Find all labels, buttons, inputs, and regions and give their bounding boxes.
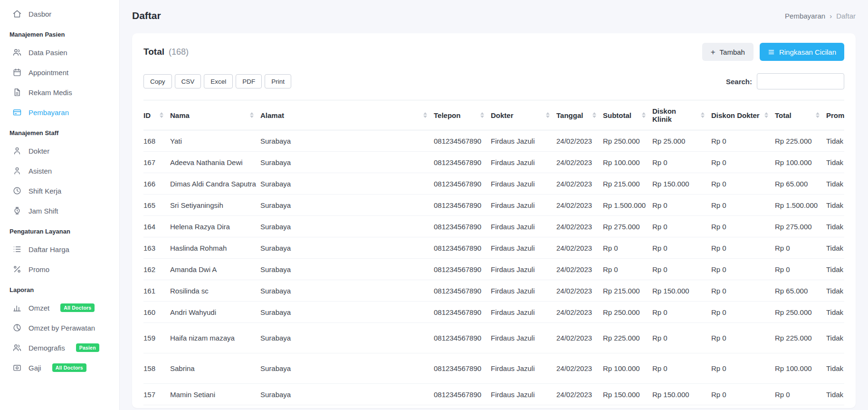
add-button[interactable]: + Tambah [702, 43, 754, 61]
cell-id: 160 [143, 302, 170, 323]
cell-subtotal: Rp 215.000 [603, 280, 652, 302]
sidebar-item-label: Omzet [29, 304, 49, 312]
cell-diskon-klinik: Rp 0 [652, 302, 711, 323]
cell-subtotal: Rp 215.000 [603, 173, 652, 195]
cell-dokter: Firdaus Jazuli [491, 384, 556, 405]
cell-promo: Tidak [826, 237, 844, 259]
cell-alamat: Surabaya [260, 280, 434, 302]
cell-total: Rp 100.000 [775, 353, 826, 384]
cell-telepon: 081234567890 [434, 384, 491, 405]
cell-tanggal: 24/02/2023 [556, 280, 603, 302]
column-header-promo[interactable]: Promo [826, 100, 844, 130]
column-header-subtotal[interactable]: Subtotal [603, 100, 652, 130]
assistant-icon [12, 166, 22, 176]
sidebar-item-promo[interactable]: Promo [0, 259, 119, 279]
sidebar-item-omzet[interactable]: OmzetAll Doctors [0, 298, 119, 318]
breadcrumb: Pembayaran › Daftar [785, 12, 856, 20]
cell-subtotal: Rp 0 [603, 259, 652, 280]
export-print-button[interactable]: Print [265, 74, 291, 88]
cell-promo: Tidak [826, 280, 844, 302]
salary-icon [12, 363, 22, 372]
table-row: 162Amanda Dwi ASurabaya081234567890Firda… [143, 259, 844, 280]
sort-icon [423, 112, 427, 118]
export-buttons: CopyCSVExcelPDFPrint [143, 74, 291, 88]
cell-alamat: Surabaya [260, 405, 434, 409]
sidebar-item-label: Pembayaran [29, 108, 69, 117]
search-input[interactable] [757, 73, 844, 89]
sidebar-item-omzet-by-perawatan[interactable]: Omzet by Perawatan [0, 318, 119, 338]
column-header-diskon-klinik[interactable]: Diskon Klinik [652, 100, 711, 130]
cell-id: 157 [143, 384, 170, 405]
cell-diskon-dokter: Rp 0 [711, 130, 775, 152]
sidebar-item-gaji[interactable]: GajiAll Doctors [0, 358, 119, 378]
column-header-dokter[interactable]: Dokter [491, 100, 556, 130]
export-copy-button[interactable]: Copy [143, 74, 172, 88]
sidebar-item-pembayaran[interactable]: Pembayaran [0, 102, 119, 122]
sidebar-item-label: Daftar Harga [29, 245, 69, 254]
cell-diskon-klinik: Rp 150.000 [652, 384, 711, 405]
cell-subtotal: Rp 150.000 [603, 405, 652, 409]
cell-nama: Adeeva Nathania Dewi [170, 152, 260, 173]
sidebar-item-dasbor[interactable]: Dasbor [0, 4, 119, 24]
table-row: 156Vidya Nurul JannahSurabaya08123456789… [143, 405, 844, 409]
sidebar-item-dokter[interactable]: Dokter [0, 141, 119, 161]
cell-total: Rp 0 [775, 405, 826, 409]
cell-nama: Andri Wahyudi [170, 302, 260, 323]
sidebar-item-shift-kerja[interactable]: Shift Kerja [0, 181, 119, 201]
sidebar-item-rekam-medis[interactable]: Rekam Medis [0, 82, 119, 102]
cell-telepon: 081234567890 [434, 405, 491, 409]
column-label: Promo [826, 111, 844, 119]
column-header-total[interactable]: Total [775, 100, 826, 130]
export-pdf-button[interactable]: PDF [236, 74, 262, 88]
cell-id: 156 [143, 405, 170, 409]
cell-tanggal: 24/02/2023 [556, 237, 603, 259]
cell-total: Rp 275.000 [775, 216, 826, 237]
cell-promo: Tidak [826, 152, 844, 173]
cell-telepon: 081234567890 [434, 173, 491, 195]
search-label: Search: [726, 78, 752, 86]
cell-dokter: Firdaus Jazuli [491, 259, 556, 280]
watch-icon [12, 206, 22, 215]
column-header-diskon-dokter[interactable]: Diskon Dokter [711, 100, 775, 130]
cell-nama: Yati [170, 130, 260, 152]
sidebar-item-appointment[interactable]: Appointment [0, 62, 119, 82]
payment-card-icon [12, 107, 22, 117]
column-label: Alamat [260, 111, 284, 119]
cell-telepon: 081234567890 [434, 302, 491, 323]
installment-summary-button[interactable]: Ringkasan Cicilan [760, 43, 844, 61]
payments-table: IDNamaAlamatTeleponDokterTanggalSubtotal… [143, 100, 844, 408]
cell-promo: Tidak [826, 259, 844, 280]
table-row: 163Haslinda RohmahSurabaya081234567890Fi… [143, 237, 844, 259]
cell-id: 161 [143, 280, 170, 302]
cell-diskon-dokter: Rp 0 [711, 323, 775, 353]
column-header-alamat[interactable]: Alamat [260, 100, 434, 130]
cell-diskon-klinik: Rp 0 [652, 237, 711, 259]
column-header-telepon[interactable]: Telepon [434, 100, 491, 130]
sidebar-item-daftar-harga[interactable]: Daftar Harga [0, 239, 119, 259]
cell-diskon-dokter: Rp 0 [711, 280, 775, 302]
column-header-tanggal[interactable]: Tanggal [556, 100, 603, 130]
column-header-id[interactable]: ID [143, 100, 170, 130]
export-csv-button[interactable]: CSV [175, 74, 201, 88]
sidebar-item-asisten[interactable]: Asisten [0, 161, 119, 181]
cell-diskon-klinik: Rp 0 [652, 216, 711, 237]
cell-subtotal: Rp 225.000 [603, 323, 652, 353]
total-label: Total [143, 47, 164, 57]
cell-total: Rp 0 [775, 237, 826, 259]
cell-telepon: 081234567890 [434, 280, 491, 302]
table-container: IDNamaAlamatTeleponDokterTanggalSubtotal… [143, 100, 844, 408]
pie-chart-icon [12, 323, 22, 332]
sort-icon [816, 112, 820, 118]
cell-promo: Tidak [826, 353, 844, 384]
column-header-nama[interactable]: Nama [170, 100, 260, 130]
sort-icon [642, 112, 646, 118]
sidebar-item-jam-shift[interactable]: Jam Shift [0, 201, 119, 221]
breadcrumb-item-pembayaran[interactable]: Pembayaran [785, 12, 825, 20]
sidebar-item-data-pasien[interactable]: Data Pasien [0, 42, 119, 62]
cell-alamat: Surabaya [260, 259, 434, 280]
cell-diskon-dokter: Rp 0 [711, 384, 775, 405]
table-row: 161Rosilinda scSurabaya081234567890Firda… [143, 280, 844, 302]
export-excel-button[interactable]: Excel [204, 74, 233, 88]
sidebar-item-demografis[interactable]: DemografisPasien [0, 338, 119, 358]
cell-tanggal: 24/02/2023 [556, 195, 603, 216]
